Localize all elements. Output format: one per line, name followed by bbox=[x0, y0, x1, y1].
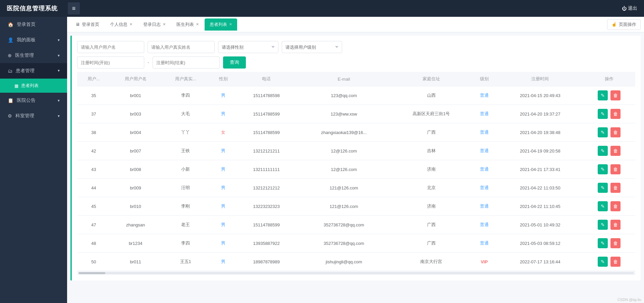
gender-select[interactable]: 请选择性别 男 女 bbox=[218, 41, 278, 53]
sidebar-item-patient-mgmt[interactable]: 🗂 患者管理 ▲ bbox=[0, 63, 67, 79]
cell-actions: ✎ 🗑 bbox=[583, 253, 635, 271]
delete-button[interactable]: 🗑 bbox=[610, 183, 621, 193]
cell-regtime: 2021-04-22 11:10:45 bbox=[497, 197, 583, 216]
cell-regtime: 2021-05-03 08:59:12 bbox=[497, 234, 583, 253]
delete-button[interactable]: 🗑 bbox=[610, 164, 621, 174]
sidebar-item-patient-list[interactable]: ▦ 患者列表 bbox=[0, 79, 67, 93]
cell-actions: ✎ 🗑 bbox=[583, 105, 635, 123]
cell-address: 广西 bbox=[391, 234, 471, 253]
sidebar-item-my-panel[interactable]: 👤 我的面板 ▼ bbox=[0, 32, 67, 48]
delete-button[interactable]: 🗑 bbox=[610, 90, 621, 100]
cell-gender: 男 bbox=[210, 197, 236, 216]
delete-button[interactable]: 🗑 bbox=[610, 201, 621, 211]
menu-toggle-button[interactable]: ≡ bbox=[68, 2, 80, 14]
edit-button[interactable]: ✎ bbox=[598, 90, 608, 100]
cell-id: 47 bbox=[77, 216, 110, 234]
edit-button[interactable]: ✎ bbox=[598, 201, 608, 211]
table-row: 43 br008 小新 男 13211111111 12@126.com 济南 … bbox=[77, 160, 635, 179]
edit-button[interactable]: ✎ bbox=[598, 183, 608, 193]
gear-icon: ⚙ bbox=[8, 113, 12, 119]
cell-phone: 13223232323 bbox=[236, 197, 296, 216]
cell-email: 352736728@qq.com bbox=[296, 234, 391, 253]
cell-gender: 男 bbox=[210, 142, 236, 160]
cell-level[interactable]: 普通 bbox=[471, 160, 497, 179]
tab-doctor-list[interactable]: 医生列表 ✕ bbox=[171, 18, 204, 31]
header-left: 医院信息管理系统 ≡ bbox=[7, 2, 80, 14]
cell-level[interactable]: 普通 bbox=[471, 216, 497, 234]
delete-button[interactable]: 🗑 bbox=[610, 146, 621, 156]
chevron-down-icon: ▼ bbox=[57, 99, 60, 102]
edit-button[interactable]: ✎ bbox=[598, 146, 608, 156]
user-icon: 👤 bbox=[8, 37, 13, 43]
tab-close-icon[interactable]: ✕ bbox=[196, 22, 199, 27]
cell-phone: 13211111111 bbox=[236, 160, 296, 179]
cell-id: 50 bbox=[77, 253, 110, 271]
cell-level[interactable]: 普通 bbox=[471, 142, 497, 160]
cell-actions: ✎ 🗑 bbox=[583, 179, 635, 197]
cell-email: 123@ww.xsw bbox=[296, 105, 391, 123]
cell-id: 48 bbox=[77, 234, 110, 253]
logout-button[interactable]: ⏻ 退出 bbox=[622, 5, 637, 11]
sidebar-item-doctor-mgmt[interactable]: ⊕ 医生管理 ▼ bbox=[0, 48, 67, 63]
tab-login-log[interactable]: 登录日志 ✕ bbox=[138, 18, 171, 31]
cell-email: 123@qq.com bbox=[296, 86, 391, 105]
delete-button[interactable]: 🗑 bbox=[610, 238, 621, 248]
page-action-button[interactable]: ☝ 页面操作 bbox=[607, 19, 641, 30]
edit-button[interactable]: ✎ bbox=[598, 220, 608, 230]
delete-button[interactable]: 🗑 bbox=[610, 257, 621, 267]
cell-username: br010 bbox=[110, 197, 161, 216]
tab-patient-list[interactable]: 患者列表 ✕ bbox=[205, 18, 237, 31]
cell-regtime: 2021-04-22 11:03:50 bbox=[497, 179, 583, 197]
cell-realname: 汪明 bbox=[161, 179, 210, 197]
realname-input[interactable] bbox=[148, 41, 215, 53]
sidebar-item-label: 医院公告 bbox=[17, 97, 36, 103]
level-select[interactable]: 请选择用户级别 普通 VIP bbox=[282, 41, 342, 53]
delete-button[interactable]: 🗑 bbox=[610, 109, 621, 119]
cell-realname: 王五1 bbox=[161, 253, 210, 271]
cell-username: br1234 bbox=[110, 234, 161, 253]
edit-button[interactable]: ✎ bbox=[598, 127, 608, 137]
cell-level[interactable]: VIP bbox=[471, 253, 497, 271]
sidebar-item-dept-mgmt[interactable]: ⚙ 科室管理 ▼ bbox=[0, 108, 67, 124]
cell-level[interactable]: 普通 bbox=[471, 234, 497, 253]
col-header-realname: 用户真实... bbox=[161, 72, 210, 86]
cell-email: 12@126.com bbox=[296, 142, 391, 160]
doctor-icon: ⊕ bbox=[8, 53, 12, 58]
cell-level[interactable]: 普通 bbox=[471, 123, 497, 142]
cell-gender: 男 bbox=[210, 86, 236, 105]
cell-gender: 男 bbox=[210, 253, 236, 271]
date-end-input[interactable] bbox=[153, 56, 220, 69]
cell-level[interactable]: 普通 bbox=[471, 105, 497, 123]
tab-personal-info[interactable]: 个人信息 ✕ bbox=[105, 18, 138, 31]
edit-button[interactable]: ✎ bbox=[598, 257, 608, 267]
delete-button[interactable]: 🗑 bbox=[610, 127, 621, 137]
edit-button[interactable]: ✎ bbox=[598, 109, 608, 119]
cell-id: 43 bbox=[77, 160, 110, 179]
cell-level[interactable]: 普通 bbox=[471, 197, 497, 216]
table-row: 35 br001 李四 男 15114788598 123@qq.com 山西 … bbox=[77, 86, 635, 105]
tab-close-icon[interactable]: ✕ bbox=[163, 22, 166, 27]
delete-button[interactable]: 🗑 bbox=[610, 220, 621, 230]
cell-address: 广西 bbox=[391, 216, 471, 234]
tab-close-icon[interactable]: ✕ bbox=[129, 22, 132, 27]
date-start-input[interactable] bbox=[77, 56, 144, 69]
edit-button[interactable]: ✎ bbox=[598, 164, 608, 174]
filter-row-1: 请选择性别 男 女 请选择用户级别 普通 VIP bbox=[77, 41, 635, 53]
cell-level[interactable]: 普通 bbox=[471, 179, 497, 197]
sidebar-item-hospital-notice[interactable]: 📋 医院公告 ▼ bbox=[0, 93, 67, 108]
username-input[interactable] bbox=[77, 41, 144, 53]
tab-login-home[interactable]: 🖥 登录首页 bbox=[70, 18, 104, 31]
cell-address: 山西 bbox=[391, 86, 471, 105]
cell-actions: ✎ 🗑 bbox=[583, 142, 635, 160]
cell-level[interactable]: 普通 bbox=[471, 86, 497, 105]
horizontal-scrollbar[interactable] bbox=[77, 271, 635, 275]
tab-close-icon[interactable]: ✕ bbox=[229, 22, 232, 27]
list-icon: ▦ bbox=[14, 83, 18, 88]
tab-bar: 🖥 登录首页 个人信息 ✕ 登录日志 ✕ 医生列表 ✕ bbox=[67, 17, 644, 32]
sidebar: 🏠 登录首页 👤 我的面板 ▼ ⊕ 医生管理 ▼ 🗂 患者管理 bbox=[0, 17, 67, 303]
edit-button[interactable]: ✎ bbox=[598, 238, 608, 248]
sidebar-item-login-home[interactable]: 🏠 登录首页 bbox=[0, 17, 67, 32]
notice-icon: 📋 bbox=[8, 98, 13, 103]
logout-icon: ⏻ bbox=[622, 6, 627, 11]
query-button[interactable]: 查询 bbox=[223, 56, 246, 69]
